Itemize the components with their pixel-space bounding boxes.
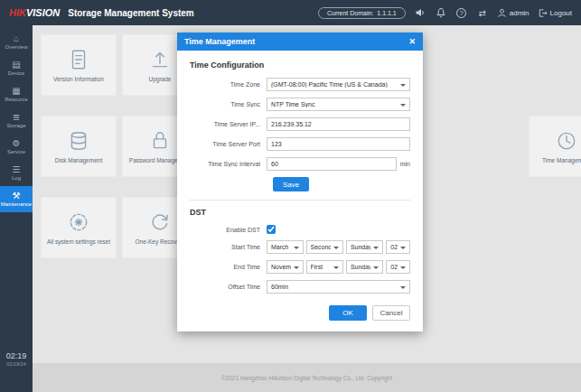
user-menu[interactable]: admin (497, 8, 529, 18)
end-day-select[interactable]: Sunday (346, 260, 383, 274)
service-icon: ⚙ (13, 139, 21, 148)
card-all-system-settings-reset[interactable]: All system settings reset (41, 197, 117, 258)
user-icon (497, 8, 507, 18)
clock-date: 02/19/24 (0, 361, 33, 367)
enable-dst-label: Enable DST (190, 227, 267, 233)
time-server-port-input[interactable] (267, 137, 410, 151)
clock-icon (555, 129, 578, 153)
section-divider (190, 200, 410, 201)
maintenance-icon: ⚒ (13, 191, 21, 201)
time-sync-select[interactable]: NTP Time Sync (267, 98, 410, 111)
dialog-titlebar: Time Management ✕ (177, 33, 423, 51)
app-title: Storage Management System (68, 8, 194, 18)
device-icon: ▤ (12, 61, 20, 70)
lock-icon (148, 129, 172, 153)
upload-icon (148, 48, 172, 71)
copyright-text: ©2021 Hangzhou Hikvision Digital Technol… (221, 375, 392, 381)
cancel-button[interactable]: Cancel (372, 305, 410, 321)
logout-button[interactable]: Logout (538, 8, 572, 18)
time-sync-label: Time Sync (190, 101, 267, 107)
end-hour-select[interactable]: 02 (386, 260, 410, 274)
current-domain-value: 1.1.1.1 (377, 10, 396, 16)
storage-management-app: HIKVISION Storage Management System Curr… (0, 0, 581, 392)
help-icon[interactable]: ? (455, 6, 468, 19)
time-sync-interval-label: Time Sync Interval (190, 161, 267, 167)
switch-icon[interactable]: ⇄ (476, 6, 489, 19)
sidebar-nav: ⌂ Overview ▤ Device ▦ Resource ≣ Storage… (0, 25, 33, 392)
ok-button[interactable]: OK (329, 305, 367, 321)
start-time-label: Start Time (190, 244, 267, 250)
start-month-select[interactable]: March (267, 240, 304, 254)
dialog-footer: OK Cancel (190, 305, 410, 321)
start-hour-select[interactable]: 02 (386, 240, 410, 254)
clock-time: 02:19 (0, 351, 33, 360)
offset-time-select[interactable]: 60min (267, 280, 410, 294)
sidebar-clock: 02:19 02/19/24 (0, 351, 33, 367)
time-management-dialog: Time Management ✕ Time Configuration Tim… (177, 33, 423, 331)
sidebar-item-device[interactable]: ▤ Device (0, 55, 33, 81)
end-week-select[interactable]: First (306, 260, 343, 274)
time-zone-select[interactable]: (GMT-08:00) Pacific Time (US & Canada) (267, 78, 410, 91)
username: admin (510, 9, 529, 17)
sidebar-item-maintenance[interactable]: ⚒ Maintenance (0, 186, 33, 212)
current-domain-badge: Current Domain: 1.1.1.1 (318, 7, 406, 19)
time-server-ip-input[interactable] (267, 117, 410, 131)
logout-label: Logout (550, 9, 572, 17)
dialog-title: Time Management (184, 37, 255, 46)
save-button[interactable]: Save (273, 177, 309, 191)
sidebar-item-storage[interactable]: ≣ Storage (0, 107, 33, 134)
hikvision-logo: HIKVISION (9, 7, 60, 18)
enable-dst-checkbox[interactable] (267, 225, 276, 234)
logout-icon (538, 8, 548, 18)
log-icon: ☰ (13, 165, 21, 174)
time-zone-label: Time Zone (190, 81, 267, 88)
sidebar-item-overview[interactable]: ⌂ Overview (0, 29, 33, 55)
end-month-select[interactable]: November (267, 260, 304, 274)
offset-time-label: Offset Time (190, 284, 267, 290)
resource-icon: ▦ (12, 87, 20, 96)
storage-icon: ≣ (13, 113, 20, 122)
sidebar-item-resource[interactable]: ▦ Resource (0, 81, 33, 107)
disk-icon (67, 129, 90, 153)
section-dst: DST (190, 208, 410, 217)
card-time-management[interactable]: Time Management (529, 116, 581, 177)
footer: ©2021 Hangzhou Hikvision Digital Technol… (33, 363, 581, 392)
logo-vision: VISION (26, 7, 60, 18)
interval-unit: min (400, 161, 410, 167)
sidebar-item-service[interactable]: ⚙ Service (0, 134, 33, 160)
section-time-configuration: Time Configuration (190, 61, 410, 70)
start-week-select[interactable]: Second (306, 240, 343, 254)
start-day-select[interactable]: Sunday (346, 240, 383, 254)
close-icon[interactable]: ✕ (408, 38, 416, 46)
sidebar-item-log[interactable]: ☰ Log (0, 160, 33, 186)
card-version-information[interactable]: Version Information (41, 34, 117, 96)
reset-icon (67, 210, 90, 234)
time-sync-interval-input[interactable] (267, 157, 397, 171)
dialog-body: Time Configuration Time Zone (GMT-08:00)… (177, 51, 423, 331)
overview-icon: ⌂ (14, 34, 19, 43)
recovery-icon (148, 210, 172, 234)
announcement-icon[interactable] (414, 6, 426, 19)
alarm-bell-icon[interactable] (435, 6, 447, 19)
current-domain-label: Current Domain: (327, 10, 373, 16)
top-header: HIKVISION Storage Management System Curr… (0, 0, 581, 25)
end-time-label: End Time (190, 264, 267, 270)
card-disk-management[interactable]: Disk Management (41, 116, 117, 177)
document-icon (67, 48, 90, 71)
time-server-ip-label: Time Server IP... (190, 121, 267, 127)
time-server-port-label: Time Server Port (190, 141, 267, 147)
logo-hik: HIK (9, 7, 26, 18)
